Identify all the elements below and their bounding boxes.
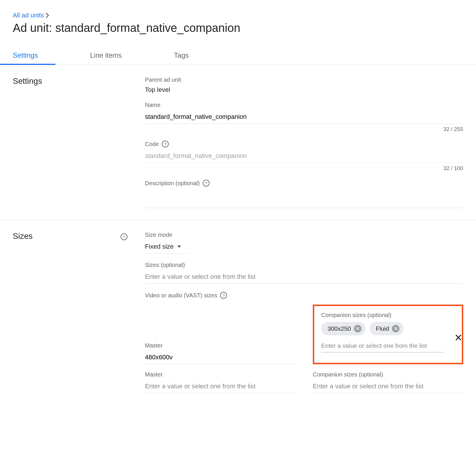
description-label: Description (optional) ? <box>145 180 463 187</box>
size-mode-value: Fixed size <box>145 243 174 250</box>
tab-settings[interactable]: Settings <box>13 46 38 65</box>
section-sizes: Sizes ? Size mode Fixed size Sizes (opti… <box>0 220 476 413</box>
master-input-1[interactable] <box>145 352 295 364</box>
tab-tags[interactable]: Tags <box>174 46 189 65</box>
help-icon[interactable]: ? <box>162 141 169 148</box>
parent-ad-unit-label: Parent ad unit <box>145 77 463 83</box>
vast-sizes-label: Video or audio (VAST) sizes ? <box>145 292 463 299</box>
chip-fluid: Fluid ✕ <box>370 322 404 335</box>
companion-label: Companion sizes (optional) <box>321 312 455 318</box>
help-icon[interactable]: ? <box>220 292 227 299</box>
size-mode-label: Size mode <box>145 232 463 238</box>
breadcrumb: All ad units <box>13 12 463 19</box>
companion-input-2[interactable] <box>313 381 463 393</box>
companion-input-1[interactable] <box>321 341 444 352</box>
close-icon[interactable]: ✕ <box>454 333 462 343</box>
help-icon[interactable]: ? <box>121 233 128 240</box>
tab-line-items[interactable]: Line items <box>90 46 122 65</box>
chip-remove-icon[interactable]: ✕ <box>354 325 361 332</box>
section-title-sizes: Sizes <box>13 232 32 241</box>
page-title: Ad unit: standard_format_native_companio… <box>13 21 463 34</box>
section-title-settings: Settings <box>13 77 42 86</box>
name-counter: 32 / 255 <box>145 126 463 132</box>
size-mode-dropdown[interactable]: Fixed size <box>145 241 188 254</box>
chevron-right-icon <box>46 13 49 18</box>
sizes-label: Sizes (optional) <box>145 262 463 268</box>
master-label: Master <box>145 371 295 378</box>
name-input[interactable] <box>145 111 463 124</box>
master-label: Master <box>145 342 295 349</box>
tabs: Settings Line items Tags <box>0 46 476 65</box>
code-input <box>145 150 463 163</box>
section-settings: Settings Parent ad unit Top level Name 3… <box>0 65 476 220</box>
sizes-input[interactable] <box>145 271 463 284</box>
chip-300x250: 300x250 ✕ <box>321 322 366 335</box>
companion-highlight: Companion sizes (optional) 300x250 ✕ Flu… <box>313 305 463 364</box>
master-input-2[interactable] <box>145 381 295 393</box>
parent-ad-unit-value: Top level <box>145 86 463 94</box>
chip-remove-icon[interactable]: ✕ <box>392 325 399 332</box>
code-counter: 32 / 100 <box>145 165 463 172</box>
chevron-down-icon <box>177 245 181 248</box>
breadcrumb-link-all-ad-units[interactable]: All ad units <box>13 12 44 19</box>
description-input[interactable] <box>145 195 463 208</box>
name-label: Name <box>145 102 463 108</box>
code-label: Code ? <box>145 141 463 148</box>
companion-label: Companion sizes (optional) <box>313 371 463 378</box>
help-icon[interactable]: ? <box>203 180 210 187</box>
